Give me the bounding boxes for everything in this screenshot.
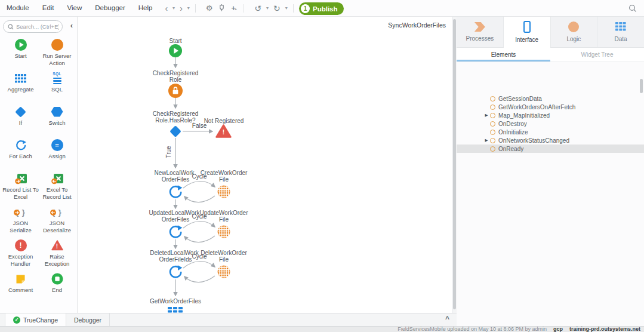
tab-debugger[interactable]: Debugger (66, 313, 110, 326)
node-label-has-role-1: CheckRegistered (153, 110, 199, 117)
tab-logic[interactable]: Logic (551, 17, 598, 47)
menu-view[interactable]: View (61, 0, 89, 16)
tree-item-map-mapinitialized[interactable]: ▶ Map_MapInitialized (457, 111, 644, 119)
toolbox-search-input[interactable] (16, 23, 59, 30)
tab-interface[interactable]: Interface (504, 17, 551, 47)
expand-arrow-icon[interactable]: ▶ (483, 113, 490, 118)
navigate-forward-button[interactable]: › (177, 4, 185, 13)
bottom-panel-tabs: ✓ TrueChange Debugger ^ (0, 313, 457, 326)
exception-handler-icon: ! (15, 239, 27, 251)
back-dropdown-caret-icon[interactable]: ▾ (171, 5, 176, 11)
node-label-create-file-1: CreateWorkOrder (201, 170, 248, 176)
toolbox-search[interactable] (3, 20, 63, 33)
expand-bottom-panel-chevron-icon[interactable]: ^ (445, 315, 449, 323)
tab-data[interactable]: Data (597, 17, 644, 47)
tool-for-each[interactable]: For Each (2, 137, 39, 171)
start-node[interactable] (169, 44, 182, 60)
tool-switch[interactable]: Switch (39, 104, 75, 137)
interface-phone-icon (523, 21, 531, 33)
tree-item-onready[interactable]: OnReady (457, 145, 644, 153)
tool-if[interactable]: If (2, 104, 39, 137)
publish-label: Publish (313, 5, 338, 13)
tab-processes[interactable]: Processes (457, 17, 504, 47)
if-icon (15, 106, 27, 118)
forward-dropdown-caret-icon[interactable]: ▾ (186, 5, 191, 11)
tree-item-getworkordersonafterfetch[interactable]: GetWorkOrdersOnAfterFetch (457, 103, 644, 111)
for-each-node-updated-files[interactable] (168, 224, 183, 242)
create-work-order-file-node[interactable] (217, 185, 231, 201)
tool-start[interactable]: Start (2, 37, 39, 70)
search-icon (8, 24, 14, 30)
excel-to-record-list-icon (51, 173, 63, 185)
tool-excel-to-record-list[interactable]: Excel To Record List (39, 171, 75, 204)
switch-icon (51, 106, 63, 118)
menu-edit[interactable]: Edit (36, 0, 61, 16)
undo-button[interactable]: ↺ (252, 4, 264, 13)
flow-canvas[interactable]: SyncWorkOrderFiles Start CheckRegist (78, 17, 452, 313)
manage-dependencies-plug-icon[interactable] (216, 4, 227, 13)
tool-end[interactable]: End (39, 271, 75, 305)
redo-button[interactable]: ↻ (271, 4, 283, 13)
for-each-node-deleted-ids[interactable] (168, 264, 183, 282)
navigate-back-button[interactable]: ‹ (162, 4, 170, 13)
not-registered-exception-node[interactable]: ! (215, 124, 232, 140)
node-label-update-file-1: UpdateWorkOrder (200, 210, 248, 216)
tree-item-oninitialize[interactable]: OnInitialize (457, 128, 644, 136)
collapse-sidebar-chevron-icon[interactable]: ‹ (70, 21, 73, 30)
tab-truechange[interactable]: ✓ TrueChange (5, 313, 66, 326)
delete-work-order-file-node[interactable] (217, 265, 231, 281)
expand-arrow-icon[interactable]: ▶ (483, 138, 490, 143)
canvas-scrollbar-thumb[interactable] (453, 19, 456, 309)
action-icon (490, 104, 495, 110)
tool-aggregate[interactable]: Aggregate (2, 70, 39, 104)
action-icon (490, 130, 495, 135)
tool-run-server-action[interactable]: Run Server Action (39, 37, 75, 70)
node-label-new-files-2: OrderFiles (162, 176, 190, 183)
add-element-icon[interactable]: ++ (229, 4, 239, 13)
redo-dropdown-caret-icon[interactable]: ▾ (284, 5, 289, 11)
node-label-start: Start (169, 38, 181, 44)
tool-comment[interactable]: Comment (2, 271, 39, 305)
update-work-order-file-node[interactable] (217, 225, 231, 241)
json-serialize-icon: { } (15, 206, 27, 218)
tool-exception-handler[interactable]: ! Exception Handler (2, 238, 39, 271)
check-registered-role-node[interactable] (168, 84, 183, 100)
menu-module[interactable]: Module (0, 0, 36, 16)
record-list-to-excel-icon (15, 173, 27, 185)
tool-record-list-to-excel[interactable]: Record List To Excel (2, 171, 39, 204)
processes-icon (474, 22, 485, 32)
menu-debugger[interactable]: Debugger (88, 0, 132, 16)
node-label-get-files: GetWorkOrderFiles (150, 298, 201, 305)
node-label-check-role-2: Role (170, 76, 182, 83)
for-each-node-new-files[interactable] (168, 184, 183, 202)
menubar: Module Edit View Debugger Help ‹ ▾ › ▾ ⚙… (0, 0, 644, 17)
right-panel: Processes Interface Logic Data Elements … (457, 17, 644, 326)
toolbox-grid: Start Run Server Action Aggregate SQL SQ… (2, 37, 75, 305)
module-settings-gear-icon[interactable]: ⚙ (204, 4, 215, 13)
tool-assign[interactable]: = Assign (39, 137, 75, 171)
for-each-icon (15, 139, 27, 151)
undo-dropdown-caret-icon[interactable]: ▾ (265, 5, 270, 11)
tree-item-getsessiondata[interactable]: GetSessionData (457, 94, 644, 103)
logic-icon (568, 21, 579, 32)
canvas-vertical-scrollbar[interactable] (452, 17, 457, 313)
subtab-widget-tree[interactable]: Widget Tree (550, 48, 644, 62)
global-search-icon[interactable] (628, 4, 637, 15)
has-role-decision-node[interactable] (169, 125, 182, 140)
tree-item-onnetworkstatuschanged[interactable]: ▶ OnNetworkStatusChanged (457, 136, 644, 145)
node-label-delete-file-1: DeleteWorkOrder (201, 250, 247, 256)
tool-raise-exception[interactable]: ! Comment Raise Exception (39, 238, 75, 271)
tree-scrollbar-thumb[interactable] (640, 79, 643, 93)
tree-item-ondestroy[interactable]: OnDestroy (457, 119, 644, 128)
tool-sql[interactable]: SQL SQL (39, 70, 75, 104)
run-server-action-icon (51, 39, 63, 51)
tool-json-serialize[interactable]: { } JSON Serialize (2, 204, 39, 238)
node-label-deleted-ids-2: OrderFileIds (159, 256, 192, 263)
tool-json-deserialize[interactable]: { } JSON Deserialize (39, 204, 75, 238)
publish-button[interactable]: 1 Publish (299, 2, 344, 15)
get-work-order-files-node[interactable] (168, 307, 183, 313)
menu-help[interactable]: Help (132, 0, 159, 16)
node-label-updated-files-2: OrderFiles (162, 216, 190, 223)
data-grid-icon (615, 22, 626, 32)
node-label-not-registered: Not Registered (204, 118, 244, 124)
